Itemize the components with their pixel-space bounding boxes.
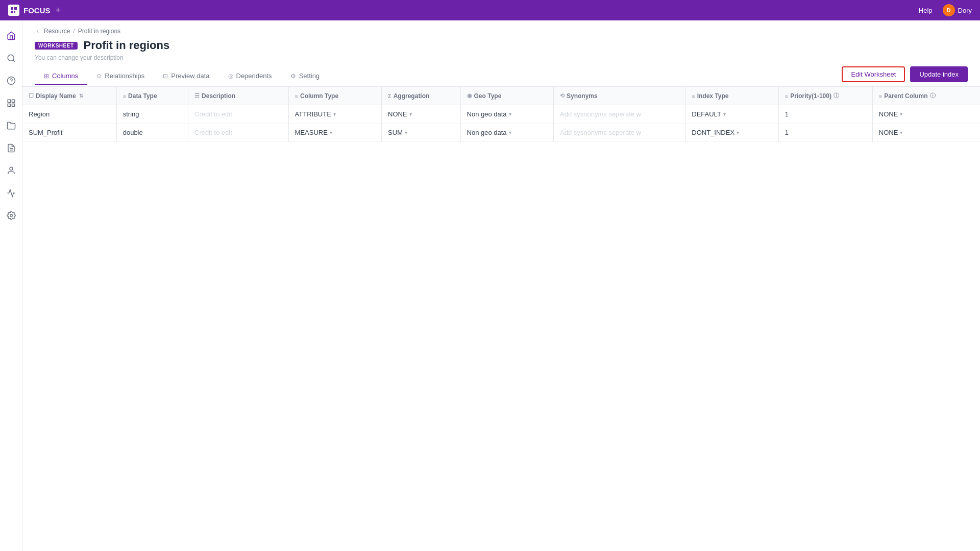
cell-column-type-region[interactable]: ATTRIBUTE ▾ xyxy=(288,105,382,124)
setting-tab-icon: ⚙ xyxy=(290,73,296,80)
main-layout: Resource / Profit in regions WORKSHEET P… xyxy=(0,20,980,551)
cell-parent-column-region[interactable]: NONE ▾ xyxy=(872,105,980,124)
sidebar-item-users[interactable] xyxy=(2,161,20,180)
cell-aggregation-region[interactable]: NONE ▾ xyxy=(382,105,460,124)
app-name: FOCUS xyxy=(23,6,51,15)
columns-tab-icon: ⊞ xyxy=(44,73,49,80)
display-name-col-icon: ☐ xyxy=(29,92,34,99)
sidebar-item-analytics[interactable] xyxy=(2,184,20,202)
sidebar-item-settings[interactable] xyxy=(2,206,20,225)
tab-setting[interactable]: ⚙ Setting xyxy=(281,68,329,85)
cell-priority-sum-profit: 1 xyxy=(778,124,872,142)
sidebar-item-help[interactable] xyxy=(2,71,20,90)
sidebar-item-reports[interactable] xyxy=(2,139,20,157)
geo-type-chevron-region: ▾ xyxy=(509,111,511,117)
cell-synonyms-sum-profit[interactable]: Add sysnonyms seperate w xyxy=(554,124,685,142)
synonyms-col-icon: ⟲ xyxy=(560,92,565,99)
col-header-geo-type: ◉ Geo Type xyxy=(460,87,554,105)
cell-index-type-region[interactable]: DEFAULT ▾ xyxy=(685,105,779,124)
tabs-row: ⊞ Columns ⊙ Relationships ⊡ Preview data… xyxy=(35,66,968,86)
cell-geo-type-region[interactable]: Non geo data ▾ xyxy=(460,105,554,124)
columns-table: ☐ Display Name ⇅ ≡ Data Type xyxy=(22,87,980,142)
col-header-priority-label: Priority(1-100) xyxy=(790,92,831,100)
data-type-col-icon: ≡ xyxy=(123,93,126,99)
aggregation-col-icon: Σ xyxy=(388,93,391,99)
sidebar-item-views[interactable] xyxy=(2,94,20,112)
cell-geo-type-sum-profit[interactable]: Non geo data ▾ xyxy=(460,124,554,142)
tab-dependents[interactable]: ◎ Dependents xyxy=(219,68,281,85)
tab-setting-label: Setting xyxy=(299,72,320,80)
relationships-tab-icon: ⊙ xyxy=(96,73,102,80)
help-link[interactable]: Help xyxy=(919,7,933,14)
col-header-aggregation-label: Aggregation xyxy=(394,92,430,100)
preview-data-tab-icon: ⊡ xyxy=(163,73,168,80)
svg-point-14 xyxy=(10,167,13,170)
tab-columns[interactable]: ⊞ Columns xyxy=(35,68,87,85)
sidebar xyxy=(0,20,22,551)
content-area: Resource / Profit in regions WORKSHEET P… xyxy=(22,20,980,551)
priority-col-icon: ≡ xyxy=(785,93,788,99)
tab-dependents-label: Dependents xyxy=(236,72,272,80)
cell-description-sum-profit[interactable]: Credit to edit xyxy=(188,124,289,142)
col-header-parent-column: ≡ Parent Column ⓘ xyxy=(872,87,980,105)
svg-rect-3 xyxy=(14,11,15,13)
tab-relationships-label: Relationships xyxy=(105,72,144,80)
cell-description-region[interactable]: Credit to edit xyxy=(188,105,289,124)
table-row: SUM_Profit double Credit to edit MEASURE… xyxy=(22,124,980,142)
col-header-data-type-label: Data Type xyxy=(128,92,157,100)
sidebar-item-home[interactable] xyxy=(2,27,20,45)
sidebar-item-folders[interactable] xyxy=(2,116,20,135)
col-header-description: ☰ Description xyxy=(188,87,289,105)
tab-preview-data[interactable]: ⊡ Preview data xyxy=(154,68,218,85)
chevron-left-icon xyxy=(35,28,41,34)
parent-column-chevron-region: ▾ xyxy=(900,111,902,117)
geo-type-col-icon: ◉ xyxy=(467,92,472,99)
cell-aggregation-sum-profit[interactable]: SUM ▾ xyxy=(382,124,460,142)
col-header-synonyms: ⟲ Synonyms xyxy=(554,87,685,105)
tab-preview-data-label: Preview data xyxy=(171,72,209,80)
col-header-aggregation: Σ Aggregation xyxy=(382,87,460,105)
svg-rect-9 xyxy=(12,100,14,102)
tab-relationships[interactable]: ⊙ Relationships xyxy=(87,68,154,85)
user-name: Dory xyxy=(958,7,972,14)
col-header-column-type-label: Column Type xyxy=(300,92,338,100)
cell-synonyms-region[interactable]: Add sysnonyms seperate w xyxy=(554,105,685,124)
header-actions: Edit Worksheet Update index xyxy=(842,66,968,86)
parent-column-chevron-sum-profit: ▾ xyxy=(900,130,902,135)
column-type-chevron-sum-profit: ▾ xyxy=(330,130,332,135)
edit-worksheet-button[interactable]: Edit Worksheet xyxy=(842,66,905,82)
cell-display-name-sum-profit: SUM_Profit xyxy=(22,124,116,142)
app-logo: FOCUS xyxy=(8,5,51,16)
description-col-icon: ☰ xyxy=(194,92,200,99)
col-header-geo-type-label: Geo Type xyxy=(474,92,502,100)
col-header-data-type: ≡ Data Type xyxy=(116,87,188,105)
parent-column-info-icon: ⓘ xyxy=(930,92,936,100)
index-type-col-icon: ≡ xyxy=(692,93,695,99)
nav-left: FOCUS + xyxy=(8,5,61,16)
cell-index-type-sum-profit[interactable]: DONT_INDEX ▾ xyxy=(685,124,779,142)
col-header-index-type: ≡ Index Type xyxy=(685,87,779,105)
page-title-row: WORKSHEET Profit in regions xyxy=(35,39,968,52)
cell-priority-region: 1 xyxy=(778,105,872,124)
worksheet-badge: WORKSHEET xyxy=(35,42,78,50)
update-index-button[interactable]: Update index xyxy=(910,66,968,82)
cell-column-type-sum-profit[interactable]: MEASURE ▾ xyxy=(288,124,382,142)
col-header-display-name: ☐ Display Name ⇅ xyxy=(22,87,116,105)
index-type-chevron-region: ▾ xyxy=(723,111,726,117)
column-type-col-icon: ≡ xyxy=(295,93,298,99)
aggregation-chevron-region: ▾ xyxy=(409,111,412,117)
avatar: D xyxy=(943,4,955,16)
svg-rect-8 xyxy=(8,100,10,102)
page-title: Profit in regions xyxy=(84,39,170,52)
sidebar-item-search[interactable] xyxy=(2,49,20,67)
breadcrumb-parent[interactable]: Resource xyxy=(44,28,70,35)
table-container: ☐ Display Name ⇅ ≡ Data Type xyxy=(22,87,980,551)
col-header-column-type: ≡ Column Type xyxy=(288,87,382,105)
priority-info-icon: ⓘ xyxy=(834,92,839,100)
new-tab-button[interactable]: + xyxy=(56,5,61,16)
cell-data-type-sum-profit: double xyxy=(116,124,188,142)
cell-parent-column-sum-profit[interactable]: NONE ▾ xyxy=(872,124,980,142)
geo-type-chevron-sum-profit: ▾ xyxy=(509,130,511,135)
col-header-display-name-label: Display Name xyxy=(36,92,76,100)
svg-rect-0 xyxy=(11,7,13,10)
